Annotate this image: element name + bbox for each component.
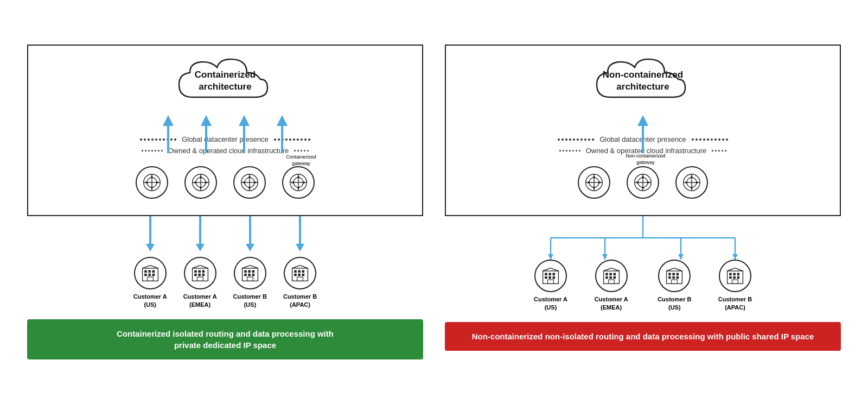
right-customer-icon-1	[534, 260, 567, 292]
svg-rect-140	[729, 276, 732, 279]
left-gateway-icon-3	[233, 166, 266, 199]
svg-marker-105	[732, 254, 738, 260]
right-cloud: Non-containerized architecture	[589, 56, 697, 105]
svg-marker-87	[647, 181, 650, 184]
svg-marker-79	[598, 181, 601, 184]
left-customer-2: Customer A (EMEA)	[183, 257, 217, 308]
left-pair-4: Customer B (APAC)	[283, 216, 317, 308]
svg-rect-49	[197, 277, 203, 281]
svg-rect-139	[737, 273, 740, 276]
right-customer-icon-4	[719, 260, 751, 292]
left-diagram: Containerized architecture	[27, 45, 423, 359]
left-gateway-3	[233, 166, 266, 199]
svg-marker-5	[150, 187, 153, 190]
right-up-arrows	[637, 115, 648, 126]
left-customer-label-3: Customer B (US)	[233, 293, 267, 308]
left-gateway-icon-2	[184, 166, 217, 199]
svg-line-134	[667, 268, 674, 271]
svg-marker-6	[145, 181, 148, 184]
svg-line-41	[150, 266, 158, 268]
svg-line-40	[142, 266, 150, 268]
svg-rect-35	[152, 270, 155, 273]
svg-rect-48	[202, 274, 205, 276]
svg-marker-76	[592, 175, 595, 178]
svg-rect-46	[194, 274, 197, 276]
right-gateway-1	[578, 166, 610, 199]
svg-marker-22	[242, 181, 245, 184]
right-gateway-icon-2	[627, 166, 659, 199]
right-gateways-row: Non-containerized gateway	[578, 166, 708, 199]
right-lower: Customer A (US)	[445, 216, 841, 311]
right-up-arrow	[637, 115, 648, 126]
svg-rect-118	[609, 273, 612, 276]
left-customer-label-2: Customer A (EMEA)	[183, 293, 217, 308]
svg-rect-117	[605, 273, 608, 276]
left-banner: Containerized isolated routing and data …	[27, 319, 423, 359]
left-datacenter-label: Global datacenter presence	[182, 135, 269, 143]
svg-marker-30	[291, 181, 294, 184]
svg-marker-20	[248, 175, 251, 178]
svg-rect-132	[676, 276, 679, 279]
svg-rect-53	[244, 270, 247, 273]
svg-line-125	[611, 268, 619, 271]
right-tree-svg	[526, 216, 760, 260]
svg-rect-69	[297, 277, 303, 281]
left-customer-icon-2	[184, 257, 216, 289]
left-customer-icon-3	[234, 257, 266, 289]
svg-marker-95	[696, 181, 699, 184]
left-pair-1: Customer A (US)	[133, 216, 167, 308]
left-lower-section: Customer A (US)	[133, 216, 317, 308]
left-customer-icon-4	[284, 257, 316, 289]
svg-rect-64	[298, 270, 301, 273]
svg-marker-21	[248, 187, 251, 190]
main-container: Containerized architecture	[27, 45, 841, 359]
svg-rect-63	[294, 270, 297, 273]
right-arch-box: Non-containerized architecture Global da…	[445, 45, 841, 216]
svg-rect-127	[669, 273, 672, 276]
right-customers-row: Customer A (US)	[526, 260, 760, 311]
svg-marker-84	[641, 175, 644, 178]
right-customer-3: Customer B (US)	[647, 260, 701, 311]
svg-rect-123	[608, 280, 614, 283]
svg-rect-43	[194, 270, 197, 273]
svg-rect-47	[198, 274, 201, 276]
left-cloud: Containerized architecture	[171, 56, 279, 105]
svg-rect-133	[672, 280, 678, 283]
svg-marker-7	[156, 181, 159, 184]
right-diagram: Non-containerized architecture Global da…	[445, 45, 841, 351]
svg-rect-108	[548, 273, 551, 276]
svg-marker-13	[199, 187, 202, 190]
svg-rect-141	[733, 276, 736, 279]
svg-marker-14	[194, 181, 196, 184]
svg-rect-109	[553, 273, 556, 276]
svg-rect-119	[613, 273, 616, 276]
svg-rect-34	[148, 270, 151, 273]
right-customer-label-4: Customer B (APAC)	[718, 295, 752, 311]
svg-marker-94	[685, 181, 687, 184]
svg-rect-110	[545, 276, 547, 279]
svg-marker-77	[592, 187, 595, 190]
svg-marker-93	[690, 187, 693, 190]
up-arrow-2	[201, 115, 212, 126]
svg-rect-131	[673, 276, 675, 279]
right-customer-4: Customer B (APAC)	[711, 260, 760, 311]
svg-marker-102	[548, 254, 553, 260]
svg-rect-107	[545, 273, 547, 276]
svg-rect-111	[548, 276, 551, 279]
left-gateway-1	[136, 166, 168, 199]
left-gateway-label: Containerized gateway	[279, 154, 323, 167]
svg-marker-12	[199, 175, 202, 178]
svg-rect-137	[729, 273, 732, 276]
svg-marker-29	[297, 187, 299, 190]
left-customer-icon-1	[134, 257, 167, 289]
right-customer-icon-3	[658, 260, 691, 292]
left-customer-1: Customer A (US)	[133, 257, 167, 308]
svg-rect-130	[669, 276, 672, 279]
svg-line-115	[551, 268, 558, 271]
svg-rect-142	[737, 276, 740, 279]
svg-rect-138	[733, 273, 736, 276]
svg-marker-23	[254, 181, 257, 184]
svg-rect-56	[244, 274, 247, 276]
right-gateway-icon-3	[675, 166, 708, 199]
svg-rect-54	[248, 270, 251, 273]
